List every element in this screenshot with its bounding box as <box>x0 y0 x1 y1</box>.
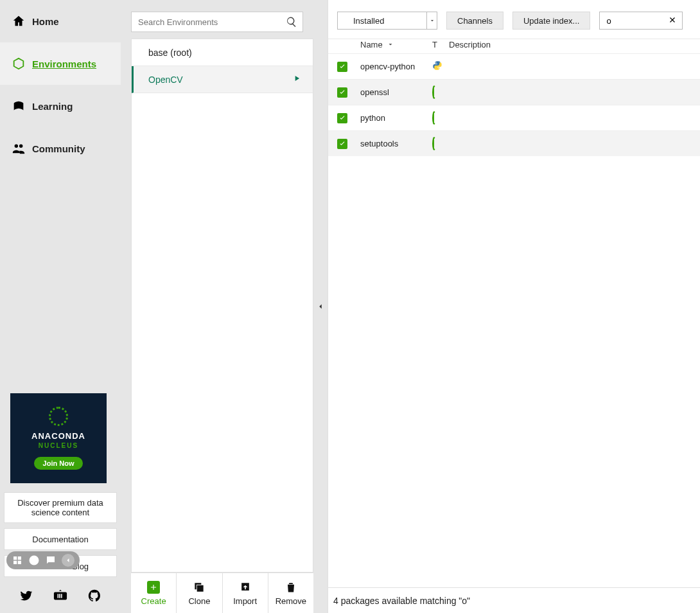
twitter-icon[interactable] <box>19 589 33 605</box>
channels-button[interactable]: Channels <box>446 12 503 30</box>
nav: Home Environments Learning Community <box>0 0 121 170</box>
loading-icon <box>432 85 436 99</box>
clone-icon <box>193 581 206 594</box>
promo-brand: ANACONDA <box>31 431 85 441</box>
package-search[interactable] <box>599 12 683 30</box>
collapse-icon[interactable] <box>62 554 74 567</box>
plus-icon <box>147 581 160 594</box>
nav-item-home[interactable]: Home <box>0 0 121 42</box>
nav-label: Community <box>32 143 85 154</box>
package-row[interactable]: python <box>328 105 700 130</box>
environments-panel: base (root) OpenCV Create Clone Import R… <box>121 0 313 613</box>
col-name-label: Name <box>360 40 383 49</box>
package-name: openssl <box>360 87 432 97</box>
clone-label: Clone <box>188 596 210 606</box>
env-item-opencv[interactable]: OpenCV <box>132 66 313 93</box>
create-label: Create <box>141 596 166 606</box>
col-description[interactable]: Description <box>449 40 691 49</box>
clear-icon[interactable] <box>668 15 678 26</box>
update-index-button[interactable]: Update index... <box>512 12 590 30</box>
collapse-handle[interactable] <box>313 0 328 613</box>
nav-item-community[interactable]: Community <box>0 127 121 170</box>
loading-icon <box>432 111 436 125</box>
package-row[interactable]: setuptools <box>328 130 700 156</box>
remove-label: Remove <box>276 596 306 606</box>
cube-icon <box>12 57 26 71</box>
clone-button[interactable]: Clone <box>177 573 222 613</box>
nav-item-environments[interactable]: Environments <box>0 42 121 85</box>
status-bar: 4 packages available matching "o" <box>328 587 700 613</box>
chevron-down-icon <box>387 40 394 48</box>
trash-icon <box>284 581 297 594</box>
col-name[interactable]: Name <box>360 40 432 49</box>
packages-toolbar: Installed Channels Update index... <box>328 0 700 39</box>
checkbox-icon[interactable] <box>337 139 347 149</box>
youtube-icon[interactable] <box>53 589 67 605</box>
sidebar-link-docs[interactable]: Documentation <box>4 528 117 550</box>
play-icon[interactable] <box>292 74 301 85</box>
nav-label: Learning <box>32 101 73 112</box>
nav-label: Home <box>32 16 59 27</box>
filter-dropdown[interactable]: Installed <box>337 12 437 30</box>
promo-sub: NUCLEUS <box>39 442 78 449</box>
remove-button[interactable]: Remove <box>268 573 313 613</box>
package-header: Name T Description <box>328 39 700 53</box>
filter-value: Installed <box>338 16 426 26</box>
checkbox-icon[interactable] <box>337 87 347 98</box>
floating-toolbar[interactable] <box>6 551 80 569</box>
github-icon[interactable] <box>87 589 101 605</box>
nav-item-learning[interactable]: Learning <box>0 85 121 127</box>
packages-panel: Installed Channels Update index... Name … <box>328 0 700 613</box>
search-icon <box>286 16 297 28</box>
env-search[interactable] <box>131 12 303 32</box>
sidebar: Home Environments Learning Community ANA… <box>0 0 121 613</box>
nav-label: Environments <box>32 58 96 69</box>
env-search-input[interactable] <box>132 12 302 31</box>
import-label: Import <box>233 596 257 606</box>
create-button[interactable]: Create <box>131 573 177 613</box>
package-name: opencv-python <box>360 62 432 71</box>
chevron-down-icon[interactable] <box>426 12 437 29</box>
apps-icon <box>12 555 23 566</box>
anaconda-ring-icon <box>49 407 68 426</box>
promo-join-button[interactable]: Join Now <box>34 457 83 470</box>
home-icon <box>12 14 26 28</box>
env-name: OpenCV <box>148 75 183 85</box>
checkbox-icon[interactable] <box>337 62 347 72</box>
sidebar-link-premium[interactable]: Discover premium data science content <box>4 492 117 523</box>
social-row <box>0 580 121 613</box>
chat-icon <box>45 555 57 566</box>
checkbox-icon[interactable] <box>337 113 347 123</box>
package-name: python <box>360 113 432 123</box>
import-button[interactable]: Import <box>223 573 268 613</box>
package-rows: opencv-python openssl python setuptools <box>328 53 700 587</box>
smile-icon <box>28 555 40 566</box>
svg-point-0 <box>30 556 39 565</box>
package-name: setuptools <box>360 139 432 148</box>
promo-card[interactable]: ANACONDA NUCLEUS Join Now <box>10 393 107 483</box>
env-item-base[interactable]: base (root) <box>132 39 313 66</box>
package-row[interactable]: openssl <box>328 79 700 105</box>
package-row[interactable]: opencv-python <box>328 53 700 79</box>
import-icon <box>239 581 252 594</box>
people-icon <box>12 141 26 155</box>
loading-icon <box>432 137 436 150</box>
env-list: base (root) OpenCV <box>131 39 313 573</box>
col-type[interactable]: T <box>432 40 449 49</box>
env-name: base (root) <box>148 48 192 58</box>
env-actions: Create Clone Import Remove <box>131 573 313 613</box>
book-icon <box>12 99 26 113</box>
python-icon <box>432 63 442 73</box>
